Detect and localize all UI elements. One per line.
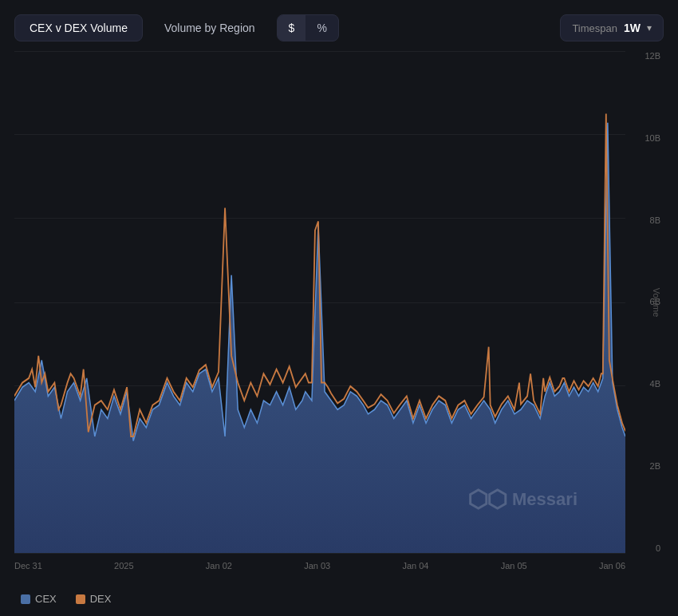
y-axis-title-container: Volume [651, 51, 662, 553]
x-label-dec31: Dec 31 [14, 561, 42, 571]
timespan-label: Timespan [572, 22, 617, 34]
chevron-down-icon: ▾ [647, 22, 652, 34]
x-label-jan02: Jan 02 [206, 561, 232, 571]
legend-cex: CEX [21, 593, 57, 605]
chart-area: ⬡⬡ Messari 12B 10B 8B 6B 4B 2B 0 Volume … [14, 51, 664, 608]
legend-cex-label: CEX [35, 593, 57, 605]
chart-wrapper: ⬡⬡ Messari 12B 10B 8B 6B 4B 2B 0 Volume … [14, 51, 664, 585]
legend-dex-label: DEX [90, 593, 112, 605]
x-axis: Dec 31 2025 Jan 02 Jan 03 Jan 04 Jan 05 … [14, 555, 625, 585]
legend: CEX DEX [14, 585, 664, 608]
app-container: CEX v DEX Volume Volume by Region $ % Ti… [0, 0, 678, 616]
x-label-jan04: Jan 04 [402, 561, 428, 571]
legend-dex-dot [76, 594, 85, 604]
legend-dex: DEX [76, 593, 112, 605]
x-label-jan05: Jan 05 [501, 561, 527, 571]
y-axis-title: Volume [652, 287, 661, 317]
currency-group: $ % [277, 14, 339, 41]
x-label-jan06: Jan 06 [599, 561, 625, 571]
toolbar: CEX v DEX Volume Volume by Region $ % Ti… [14, 14, 664, 41]
timespan-button[interactable]: Timespan 1W ▾ [560, 14, 664, 41]
x-label-jan03: Jan 03 [304, 561, 330, 571]
grid-line [14, 553, 625, 554]
tab-volume-by-region[interactable]: Volume by Region [149, 14, 270, 41]
chart-svg [14, 51, 625, 553]
chart-inner: ⬡⬡ Messari [14, 51, 625, 553]
currency-dollar-btn[interactable]: $ [278, 15, 306, 41]
timespan-value: 1W [624, 22, 641, 34]
legend-cex-dot [21, 594, 30, 604]
currency-percent-btn[interactable]: % [305, 15, 337, 41]
tab-cex-dex[interactable]: CEX v DEX Volume [14, 14, 143, 41]
x-label-2025: 2025 [114, 561, 133, 571]
